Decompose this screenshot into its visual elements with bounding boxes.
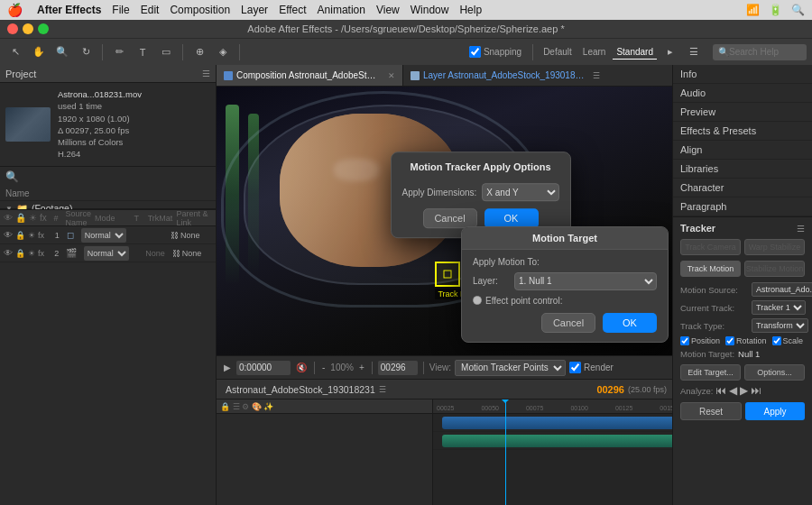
close-button[interactable] [7, 23, 18, 34]
frame-input[interactable] [378, 361, 418, 375]
search-input[interactable] [729, 47, 801, 57]
minimize-button[interactable] [23, 23, 33, 34]
toolbar-zoom[interactable]: 🔍 [52, 42, 72, 62]
eye-icon-1[interactable]: 👁 [4, 230, 13, 240]
dialog-motion-target-ok-btn[interactable]: OK [603, 313, 657, 333]
toolbar-hand[interactable]: ✋ [29, 42, 49, 62]
toolbar-roto[interactable]: ◈ [213, 42, 233, 62]
analyze-step-fwd-btn[interactable]: ⏭ [751, 384, 761, 397]
layer-mode-select-2[interactable]: Normal [84, 246, 129, 261]
layer-row-2[interactable]: 👁 🔒 ☀ fx 2 🎬 Astrona...beStock_193018231… [0, 244, 216, 262]
comp-tab[interactable]: Composition Astronaut_AdobeStock_1930182… [217, 65, 403, 86]
reset-btn[interactable]: Reset [680, 402, 742, 420]
layer-1-track-bar[interactable] [442, 417, 672, 429]
zoom-in-btn[interactable]: + [357, 363, 366, 372]
zoom-out-btn[interactable]: - [320, 363, 327, 372]
solo-icon-1[interactable]: ☀ [28, 231, 35, 240]
menu-window[interactable]: Window [411, 4, 449, 16]
toolbar-select[interactable]: ↖ [5, 42, 25, 62]
track-camera-btn[interactable]: Track Camera [680, 239, 741, 255]
effect-point-radio-input[interactable] [473, 296, 482, 305]
timeline-playhead[interactable] [505, 399, 506, 505]
solo-icon-2[interactable]: ☀ [28, 249, 35, 258]
play-btn[interactable]: ▶ [222, 363, 233, 372]
workspace-default[interactable]: Default [540, 45, 576, 59]
layer-2-track-bar[interactable] [442, 435, 672, 447]
layer-mode-select-1[interactable]: Normal [81, 228, 126, 243]
workspace-learn[interactable]: Learn [579, 45, 610, 59]
track-motion-btn[interactable]: Track Motion [680, 261, 741, 277]
stabilize-motion-btn[interactable]: Stabilize Motion [744, 261, 805, 277]
position-checkbox-input[interactable] [680, 336, 689, 345]
apply-btn[interactable]: Apply [745, 402, 805, 420]
comp-tab-close[interactable]: ✕ [388, 71, 395, 80]
rotation-checkbox-input[interactable] [725, 336, 734, 345]
time-input[interactable] [236, 361, 291, 375]
edit-target-btn[interactable]: Edit Target... [680, 364, 741, 381]
lock-icon-2[interactable]: 🔒 [15, 249, 25, 258]
right-panel-effects[interactable]: Effects & Presets [673, 122, 812, 141]
preview-filename: Astrona...018231.mov [58, 88, 142, 100]
options-btn[interactable]: Options... [744, 364, 805, 381]
workspace-menu[interactable]: ☰ [684, 42, 704, 62]
dialog-apply-ok-btn[interactable]: OK [484, 208, 539, 228]
scale-checkbox[interactable]: Scale [772, 336, 804, 345]
tracker-panel: Tracker ☰ Track Camera Warp Stabilize Tr… [673, 216, 812, 426]
workspace-expand[interactable]: ▸ [660, 42, 680, 62]
menu-edit[interactable]: Edit [141, 4, 160, 16]
timeline-comp-tab[interactable]: Astronaut_AdobeStock_193018231 ☰ [222, 384, 386, 395]
render-checkbox[interactable] [569, 362, 581, 373]
rotation-checkbox[interactable]: Rotation [725, 336, 767, 345]
analyze-next-btn[interactable]: ▶ [740, 384, 748, 397]
menu-composition[interactable]: Composition [170, 4, 230, 16]
current-track-select[interactable]: Tracker 1 [752, 300, 806, 315]
menu-help[interactable]: Help [459, 4, 482, 16]
right-panel-paragraph[interactable]: Paragraph [673, 197, 812, 216]
layer-tab[interactable]: Layer Astronaut_AdobeStock_193018231.mov… [403, 65, 607, 86]
project-panel-header[interactable]: Project ☰ [0, 65, 216, 83]
motion-source-select[interactable]: Astronaut_Ado... [752, 282, 812, 297]
timeline-close-btn[interactable]: ☰ [379, 385, 386, 394]
menu-effect[interactable]: Effect [279, 4, 306, 16]
dialog-apply-cancel-btn[interactable]: Cancel [423, 208, 477, 228]
right-panel-align[interactable]: Align [673, 141, 812, 160]
menu-view[interactable]: View [376, 4, 400, 16]
toolbar-rotate[interactable]: ↻ [76, 42, 96, 62]
dialog-motion-target: Motion Target Apply Motion To: Layer: 1.… [461, 226, 669, 343]
warp-stabilize-btn[interactable]: Warp Stabilize [744, 239, 805, 255]
right-panel-libraries[interactable]: Libraries [673, 160, 812, 179]
apple-menu[interactable]: 🍎 [7, 3, 23, 17]
eye-icon-2[interactable]: 👁 [4, 248, 13, 258]
right-panel-character[interactable]: Character [673, 179, 812, 197]
project-search-input[interactable] [23, 171, 210, 182]
layer-select[interactable]: 1. Null 1 [514, 272, 657, 290]
layer-row-1[interactable]: 👁 🔒 ☀ fx 1 ◻ Null 1 Normal ⛓ None [0, 226, 216, 244]
layer-tab-menu[interactable]: ☰ [593, 71, 600, 80]
snapping-checkbox[interactable] [469, 46, 481, 58]
project-menu-btn[interactable]: ☰ [202, 69, 210, 78]
lock-icon-1[interactable]: 🔒 [15, 231, 25, 240]
toolbar-shape[interactable]: ▭ [156, 42, 176, 62]
right-panel-info[interactable]: Info [673, 65, 812, 84]
analyze-step-back-btn[interactable]: ⏮ [715, 384, 726, 397]
tracker-menu-btn[interactable]: ☰ [797, 224, 805, 234]
toolbar-puppet[interactable]: ⊕ [189, 42, 209, 62]
menu-animation[interactable]: Animation [318, 4, 365, 16]
maximize-button[interactable] [38, 23, 49, 34]
menu-file[interactable]: File [112, 4, 129, 16]
mute-btn[interactable]: 🔇 [294, 363, 309, 372]
toolbar-pen[interactable]: ✏ [109, 42, 129, 62]
dialog-motion-target-cancel-btn[interactable]: Cancel [541, 313, 595, 333]
position-checkbox[interactable]: Position [680, 336, 720, 345]
apply-dimensions-select[interactable]: X and Y X only Y only [482, 183, 558, 201]
track-type-select[interactable]: Transform [752, 318, 808, 333]
toolbar-text[interactable]: T [133, 42, 152, 62]
scale-checkbox-input[interactable] [772, 336, 781, 345]
analyze-prev-btn[interactable]: ◀ [729, 384, 737, 397]
right-panel-audio[interactable]: Audio [673, 84, 812, 103]
search-icon[interactable]: 🔍 [791, 4, 805, 16]
workspace-standard[interactable]: Standard [613, 45, 657, 60]
right-panel-preview[interactable]: Preview [673, 103, 812, 122]
menu-layer[interactable]: Layer [241, 4, 268, 16]
view-select[interactable]: Motion Tracker Points [455, 360, 566, 376]
